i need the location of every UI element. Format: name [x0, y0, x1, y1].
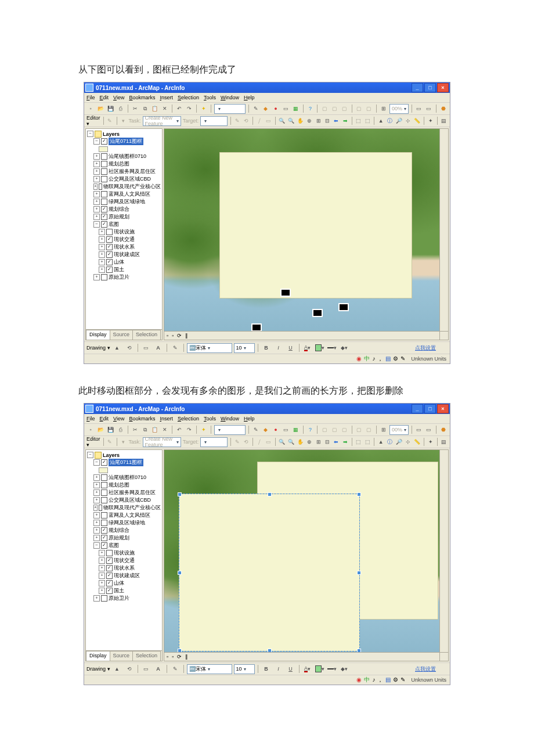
- menu-edit[interactable]: Edit: [100, 95, 109, 100]
- measure-icon[interactable]: 📏: [413, 437, 421, 447]
- map-view[interactable]: ▫ ▫ ⟳ ‖: [164, 449, 449, 661]
- toc-sublayer[interactable]: +现状设施: [87, 228, 161, 236]
- toc-sublayer[interactable]: +✓现状建成区: [87, 251, 161, 258]
- pause-icon[interactable]: ‖: [185, 654, 188, 660]
- toolbox-icon[interactable]: ●: [272, 424, 280, 435]
- select-icon[interactable]: ⬚: [355, 437, 362, 447]
- model-icon[interactable]: ▦: [291, 103, 300, 114]
- tool-icon[interactable]: ▭: [415, 103, 423, 114]
- callout-icon[interactable]: ✎: [170, 343, 181, 353]
- menu-help[interactable]: Help: [244, 416, 255, 422]
- back-icon[interactable]: ⬅: [333, 116, 340, 126]
- toc-sublayer[interactable]: +✓山体: [87, 258, 161, 266]
- rotate-icon[interactable]: ⟲: [124, 664, 135, 674]
- help-icon[interactable]: ?: [306, 103, 314, 114]
- refresh-icon[interactable]: ⟳: [177, 654, 182, 660]
- toc-root[interactable]: −Layers: [87, 130, 161, 138]
- rotate-icon[interactable]: ⟲: [124, 343, 135, 353]
- toc-layer-group[interactable]: −✓底图: [87, 542, 161, 549]
- toc-root[interactable]: −Layers: [87, 451, 161, 459]
- toc-sublayer[interactable]: +✓现状交通: [87, 557, 161, 564]
- toc-sublayer[interactable]: +✓现状水系: [87, 243, 161, 251]
- toc-layer[interactable]: +物联网及现代产业核心区: [87, 504, 161, 512]
- menu-insert[interactable]: Insert: [160, 416, 173, 422]
- toc-layer[interactable]: +蓝网及人文风情区: [87, 512, 161, 519]
- catalog-icon[interactable]: ◆: [262, 424, 270, 435]
- menu-window[interactable]: Window: [221, 416, 239, 422]
- toc-layer[interactable]: +规划总图: [87, 481, 161, 489]
- menu-view[interactable]: View: [113, 416, 124, 422]
- tool-icon[interactable]: ▭: [415, 424, 423, 435]
- toc-layer[interactable]: +物联网及现代产业核心区: [87, 183, 161, 190]
- print-icon[interactable]: ⎙: [117, 103, 125, 114]
- bold-icon[interactable]: B: [261, 664, 272, 674]
- delete-icon[interactable]: ✕: [161, 103, 169, 114]
- toc-layer[interactable]: +汕尾镇图框0710: [87, 474, 161, 481]
- toc-layer[interactable]: +✓原始规划: [87, 213, 161, 221]
- catalog-icon[interactable]: ◆: [262, 103, 270, 114]
- menu-view[interactable]: View: [113, 95, 124, 100]
- find-icon[interactable]: 🔎: [395, 116, 403, 126]
- italic-icon[interactable]: I: [273, 664, 284, 674]
- minimize-button[interactable]: _: [412, 83, 423, 92]
- full-extent-icon[interactable]: ⊕: [306, 116, 313, 126]
- clear-select-icon[interactable]: ⬚: [364, 116, 371, 126]
- html-icon[interactable]: ▤: [441, 116, 448, 126]
- text-icon[interactable]: A: [153, 664, 164, 674]
- undo-icon[interactable]: ↶: [175, 103, 183, 114]
- toc-tab-selection[interactable]: Selection: [132, 330, 161, 340]
- toc-tab-display[interactable]: Display: [86, 651, 110, 661]
- add-data-icon[interactable]: ✦: [200, 424, 208, 435]
- scale-combo[interactable]: ▾: [214, 425, 246, 435]
- menu-bookmarks[interactable]: Bookmarks: [129, 95, 155, 100]
- identify-icon[interactable]: ⓘ: [386, 116, 393, 126]
- font-combo[interactable]: 🔤 宋体▾: [187, 343, 232, 353]
- save-icon[interactable]: 💾: [106, 424, 114, 435]
- georef-icon[interactable]: ⊞: [380, 103, 388, 114]
- toc-layer[interactable]: +✓原始规划: [87, 534, 161, 542]
- redo-icon[interactable]: ↷: [185, 103, 193, 114]
- underline-icon[interactable]: U: [286, 343, 296, 353]
- text-icon[interactable]: A: [153, 343, 164, 353]
- print-icon[interactable]: ⎙: [117, 424, 125, 435]
- help-icon[interactable]: ?: [306, 424, 314, 435]
- toc-active-layer[interactable]: −✓汕尾0711图框: [87, 459, 161, 466]
- toc-layer[interactable]: +✓规划综合: [87, 206, 161, 213]
- toc-sublayer[interactable]: +✓山体: [87, 579, 161, 587]
- font-size-combo[interactable]: 10▾: [234, 664, 255, 674]
- model-icon[interactable]: ▦: [291, 424, 300, 435]
- toc-active-layer[interactable]: −✓汕尾0711图框: [87, 138, 161, 145]
- editor-toolbar-icon[interactable]: ✎: [252, 424, 260, 435]
- menu-file[interactable]: File: [86, 95, 95, 100]
- menu-bookmarks[interactable]: Bookmarks: [129, 416, 155, 422]
- menu-insert[interactable]: Insert: [160, 95, 173, 100]
- tool-icon-3[interactable]: ⬣: [439, 424, 448, 435]
- tool-icon-2[interactable]: ▭: [425, 103, 433, 114]
- forward-icon[interactable]: ➡: [342, 116, 349, 126]
- pause-icon[interactable]: ‖: [185, 333, 188, 339]
- back-icon[interactable]: ⬅: [333, 437, 340, 447]
- paste-icon[interactable]: 📋: [151, 424, 159, 435]
- font-size-combo[interactable]: 10▾: [234, 343, 255, 353]
- hyperlink-icon[interactable]: ✦: [427, 437, 434, 447]
- select-elements-icon[interactable]: ▲: [112, 664, 122, 674]
- toc-layer[interactable]: +社区服务网及居住区: [87, 489, 161, 496]
- menu-tools[interactable]: Tools: [204, 95, 216, 100]
- pointer-icon[interactable]: ▲: [377, 437, 384, 447]
- toc-layer[interactable]: +绿网及区域绿地: [87, 519, 161, 527]
- pan-icon[interactable]: ✋: [297, 116, 304, 126]
- maximize-button[interactable]: □: [424, 404, 436, 413]
- fixed-zoom-out-icon[interactable]: ⊟: [324, 437, 331, 447]
- tool-icon-2[interactable]: ▭: [425, 424, 433, 435]
- menu-selection[interactable]: Selection: [178, 416, 199, 422]
- selection-handles[interactable]: [179, 494, 360, 651]
- clear-select-icon[interactable]: ⬚: [364, 437, 371, 447]
- fill-color-icon[interactable]: ▾: [315, 343, 325, 353]
- marker-color-icon[interactable]: ◆▾: [339, 664, 349, 674]
- toc-sublayer[interactable]: +✓国土: [87, 587, 161, 595]
- menu-edit[interactable]: Edit: [100, 416, 109, 422]
- toolbox-icon[interactable]: ●: [272, 103, 280, 114]
- editor-toolbar-icon[interactable]: ✎: [252, 103, 260, 114]
- data-view-icon[interactable]: ▫: [167, 333, 168, 339]
- toc-sublayer[interactable]: +✓国土: [87, 266, 161, 273]
